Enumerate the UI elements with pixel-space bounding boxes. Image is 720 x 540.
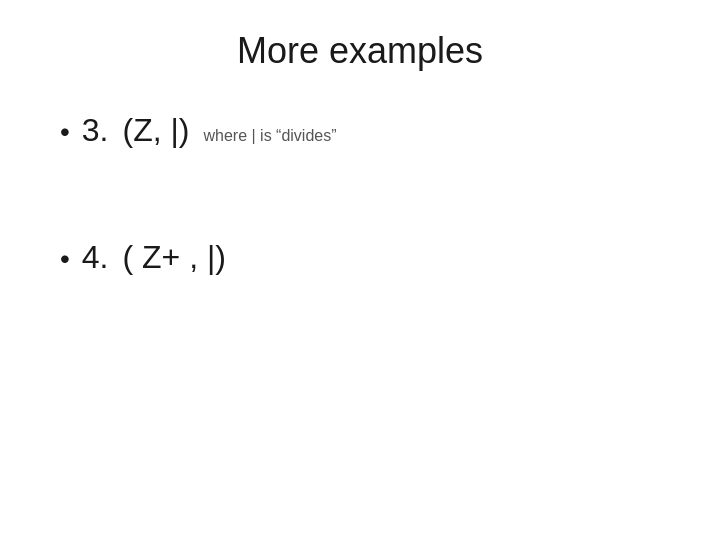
bullet-list: • 3. (Z, |) where | is “divides” • 4. ( … [60, 112, 660, 286]
slide-container: More examples • 3. (Z, |) where | is “di… [0, 0, 720, 540]
slide-title: More examples [60, 30, 660, 72]
vertical-spacer [60, 159, 660, 239]
bullet-4-expression: ( Z+ , |) [123, 239, 226, 276]
bullet-dot: • [60, 116, 70, 148]
list-item: • 4. ( Z+ , |) [60, 239, 660, 276]
bullet-dot: • [60, 243, 70, 275]
bullet-3-annotation: where | is “divides” [203, 127, 336, 145]
bullet-content: 3. (Z, |) where | is “divides” [82, 112, 337, 149]
bullet-3-expression: (Z, |) [123, 112, 190, 149]
bullet-content: 4. ( Z+ , |) [82, 239, 226, 276]
bullet-4-main-text: 4. [82, 239, 109, 276]
list-item: • 3. (Z, |) where | is “divides” [60, 112, 660, 149]
bullet-3-main-text: 3. [82, 112, 109, 149]
